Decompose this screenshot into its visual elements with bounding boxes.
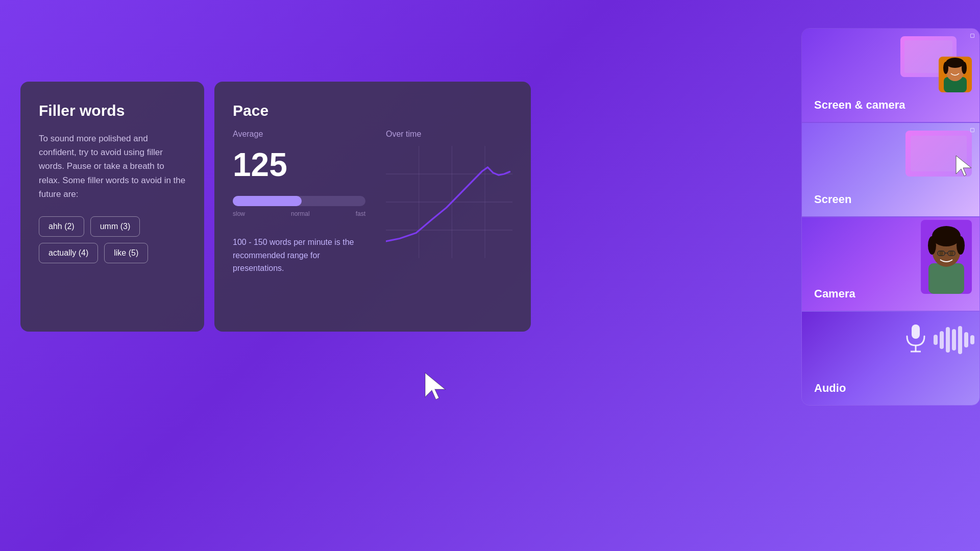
svg-point-15 bbox=[928, 236, 936, 255]
average-value: 125 bbox=[233, 146, 365, 184]
svg-point-10 bbox=[962, 62, 967, 74]
audio-label: Audio bbox=[814, 382, 846, 395]
filler-tag-like: like (5) bbox=[104, 243, 148, 263]
filler-words-description: To sound more polished and confident, tr… bbox=[39, 132, 186, 201]
svg-rect-22 bbox=[912, 324, 920, 339]
person-avatar-1 bbox=[939, 57, 972, 92]
average-label: Average bbox=[233, 130, 365, 139]
microphone-icon bbox=[903, 322, 928, 358]
pace-title: Pace bbox=[233, 102, 512, 119]
right-sidebar: Screen & camera Screen bbox=[801, 28, 980, 406]
svg-point-16 bbox=[957, 236, 965, 255]
pace-card: Pace Average 125 slow normal fast 100 - … bbox=[214, 82, 531, 332]
pace-over-time-section: Over time bbox=[386, 130, 512, 275]
over-time-label: Over time bbox=[386, 130, 512, 139]
chart-svg bbox=[386, 146, 512, 258]
audio-waveform bbox=[934, 324, 974, 355]
svg-point-8 bbox=[946, 58, 964, 68]
pace-recommendation: 100 - 150 words per minute is the recomm… bbox=[233, 236, 360, 275]
sidebar-item-screen[interactable]: Screen bbox=[801, 122, 980, 217]
svg-marker-25 bbox=[425, 373, 445, 399]
pace-bar bbox=[233, 196, 365, 206]
window-dots-1 bbox=[970, 34, 974, 38]
svg-point-14 bbox=[932, 226, 961, 246]
pace-bar-labels: slow normal fast bbox=[233, 210, 365, 217]
svg-rect-12 bbox=[928, 263, 964, 294]
bar-label-fast: fast bbox=[356, 210, 365, 217]
sidebar-item-audio[interactable]: Audio bbox=[801, 311, 980, 406]
cursor-icon bbox=[424, 371, 449, 401]
svg-marker-11 bbox=[956, 156, 971, 176]
window-dots-2 bbox=[970, 128, 974, 132]
pace-average-section: Average 125 slow normal fast 100 - 150 w… bbox=[233, 130, 365, 275]
camera-thumbnail bbox=[921, 220, 972, 294]
pace-bar-fill bbox=[233, 196, 302, 206]
dot-1 bbox=[970, 34, 974, 38]
person-avatar-2 bbox=[921, 220, 972, 294]
bar-label-slow: slow bbox=[233, 210, 245, 217]
dot-2 bbox=[970, 128, 974, 132]
filler-tag-umm: umm (3) bbox=[90, 216, 140, 237]
pace-columns: Average 125 slow normal fast 100 - 150 w… bbox=[233, 130, 512, 275]
bar-label-normal: normal bbox=[291, 210, 310, 217]
main-cursor bbox=[424, 371, 449, 403]
filler-tags-container: ahh (2) umm (3) actually (4) like (5) bbox=[39, 216, 186, 263]
screen-label: Screen bbox=[814, 193, 851, 206]
camera-face bbox=[939, 57, 972, 92]
sidebar-item-camera[interactable]: Camera bbox=[801, 217, 980, 311]
pace-chart bbox=[386, 146, 512, 258]
screen-camera-thumbnail bbox=[900, 36, 972, 92]
filler-tag-actually: actually (4) bbox=[39, 243, 98, 263]
sidebar-item-screen-camera[interactable]: Screen & camera bbox=[801, 28, 980, 122]
camera-label: Camera bbox=[814, 287, 855, 300]
screen-thumbnail bbox=[905, 131, 972, 177]
svg-point-9 bbox=[943, 62, 948, 74]
audio-icons bbox=[903, 322, 974, 358]
filler-tag-ahh: ahh (2) bbox=[39, 216, 84, 237]
screen-camera-label: Screen & camera bbox=[814, 98, 905, 112]
filler-words-card: Filler words To sound more polished and … bbox=[20, 82, 204, 332]
filler-words-title: Filler words bbox=[39, 102, 186, 119]
screen-cursor bbox=[955, 155, 974, 179]
